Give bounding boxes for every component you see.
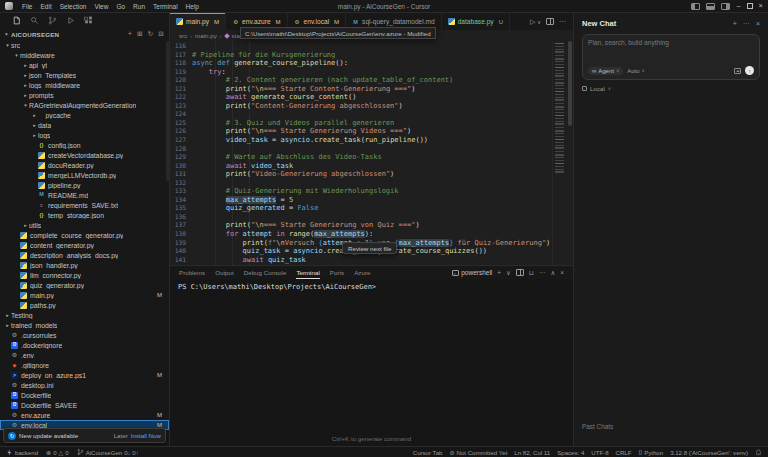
- tree-item-mergellmvectordb-py[interactable]: mergeLLMVectordb.py: [0, 170, 169, 180]
- tree-item-complete-course-generator-py[interactable]: complete_course_generator.py: [0, 230, 169, 240]
- code-line[interactable]: 118async def generate_course_pipeline():: [170, 59, 573, 68]
- run-debug-icon[interactable]: [66, 16, 75, 25]
- code-line[interactable]: 126 print("\n=== Starte Generierung Vide…: [170, 127, 573, 136]
- panel-tab-ports[interactable]: Ports: [330, 269, 344, 276]
- tree-item-llm-connector-py[interactable]: llm_connector.py: [0, 270, 169, 280]
- tree-item-description-analysis-docs-py[interactable]: description_analysis_docs.py: [0, 250, 169, 260]
- new-chat-icon[interactable]: +: [733, 20, 737, 27]
- past-chats-link[interactable]: Past Chats: [582, 423, 613, 430]
- tree-item-requirements-save-txt[interactable]: ≡requirements_SAVE.txt: [0, 200, 169, 210]
- source-control-icon[interactable]: [48, 16, 57, 25]
- new-terminal-icon[interactable]: +: [497, 269, 501, 276]
- git-branch[interactable]: AiCourseGen 0↓ 0↑: [77, 448, 139, 456]
- tree-item-dockerfile[interactable]: DDockerfile: [0, 390, 169, 400]
- model-selector[interactable]: Auto ∨: [627, 68, 645, 74]
- tree-item-utils[interactable]: ▸utils: [0, 220, 169, 230]
- chat-input[interactable]: Plan, search, build anything ∞ Agent ∨ A…: [582, 34, 760, 80]
- tree-item-api-yt[interactable]: ▸api_yt: [0, 60, 169, 70]
- code-editor[interactable]: 116117# Pipeline für die Kursgenerierung…: [170, 41, 573, 265]
- sidebar-scrollbar[interactable]: [166, 41, 169, 181]
- dirty-badge[interactable]: U: [499, 19, 503, 25]
- code-line[interactable]: 123 print("Content-Generierung abgeschlo…: [170, 102, 573, 111]
- menu-go[interactable]: Go: [112, 3, 129, 10]
- panel-more-icon[interactable]: ···: [539, 269, 546, 276]
- code-line[interactable]: 137 print("\n=== Starte Generierung von …: [170, 221, 573, 230]
- split-terminal-icon[interactable]: [516, 269, 524, 276]
- run-python-file-icon[interactable]: ▷: [530, 18, 535, 26]
- breadcrumb-item[interactable]: main.py: [195, 32, 217, 39]
- review-next-file-hint[interactable]: Review next file: [342, 242, 397, 254]
- panel-tab-azure[interactable]: Azure: [354, 269, 370, 276]
- tree-item-content-generator-py[interactable]: content_generator.py: [0, 240, 169, 250]
- tree-item-prompts[interactable]: ▸prompts: [0, 90, 169, 100]
- menu-view[interactable]: View: [90, 3, 112, 10]
- maximize-panel-icon[interactable]: ∧: [550, 269, 555, 277]
- tree-item-json-templates[interactable]: ▸json_Templates: [0, 70, 169, 80]
- terminal[interactable]: PS C:\Users\mathi\Desktop\Projects\AiCou…: [170, 279, 573, 446]
- collapse-all-icon[interactable]: ⊟: [158, 30, 164, 38]
- tree-item-env-azure[interactable]: ⚙env.azureM: [0, 410, 169, 420]
- toggle-sidebar-icon[interactable]: [691, 3, 700, 10]
- tree-item-dockerfile-savee[interactable]: DDockerfile_SAVEE: [0, 400, 169, 410]
- panel-tab-terminal[interactable]: Terminal: [296, 269, 319, 276]
- more-actions-icon[interactable]: ···: [559, 18, 566, 25]
- panel-tab-output[interactable]: Output: [215, 269, 234, 276]
- code-line[interactable]: 136: [170, 213, 573, 222]
- close-panel-icon[interactable]: ×: [560, 269, 564, 276]
- code-line[interactable]: 133 # Quiz-Generierung mit Wiederholungs…: [170, 187, 573, 196]
- tree-item--gitignore[interactable]: ◆.gitignore: [0, 360, 169, 370]
- minimap[interactable]: [552, 41, 567, 265]
- code-line[interactable]: 135 quiz_generated = False: [170, 204, 573, 213]
- tree-item-desktop-ini[interactable]: ⚙desktop.ini: [0, 380, 169, 390]
- explorer-icon[interactable]: [12, 16, 21, 25]
- attach-image-icon[interactable]: [734, 68, 741, 74]
- language-mode[interactable]: {} Python: [638, 449, 663, 456]
- code-line[interactable]: 128: [170, 145, 573, 154]
- tree-item--pycache-[interactable]: ▸__pycache__: [0, 110, 169, 120]
- menu-terminal[interactable]: Terminal: [149, 3, 182, 10]
- menu-run[interactable]: Run: [129, 3, 149, 10]
- cursor-tab-status[interactable]: Cursor Tab: [413, 449, 443, 456]
- panel-tab-problems[interactable]: Problems: [179, 269, 205, 276]
- code-line[interactable]: 116: [170, 42, 573, 51]
- agent-mode-selector[interactable]: ∞ Agent ∨: [588, 67, 623, 75]
- remote-indicator[interactable]: backend: [6, 449, 38, 456]
- scrollbar-thumb[interactable]: [568, 41, 572, 126]
- tree-item-src[interactable]: ▾src: [0, 40, 169, 50]
- tab-main-py[interactable]: main.pyM: [170, 13, 226, 30]
- tree-item-config-json[interactable]: {}config.json: [0, 140, 169, 150]
- tree-item-logs[interactable]: ▸logs: [0, 130, 169, 140]
- close-button[interactable]: ×: [759, 2, 763, 10]
- toggle-secondary-sidebar-icon[interactable]: [721, 3, 730, 10]
- new-folder-icon[interactable]: ⊞: [137, 30, 143, 38]
- tree-item--env[interactable]: ⚙.env: [0, 350, 169, 360]
- tree-item--cursorrules[interactable]: ⚙.cursorrules: [0, 330, 169, 340]
- tree-item-docureader-py[interactable]: docuReader.py: [0, 160, 169, 170]
- dirty-badge[interactable]: M: [334, 19, 339, 25]
- tree-item-readme-md[interactable]: MREADME.md: [0, 190, 169, 200]
- tree-item-paths-py[interactable]: paths.py: [0, 300, 169, 310]
- code-line[interactable]: 130 await video_task: [170, 162, 573, 171]
- tree-item-quiz-generator-py[interactable]: quiz_generator.py: [0, 280, 169, 290]
- tree-item-createvectordatabase-py[interactable]: createVectordatabase.py: [0, 150, 169, 160]
- run-options-caret-icon[interactable]: ∨: [537, 19, 541, 25]
- git-commit-status[interactable]: ⊘ Not Committed Yet: [449, 449, 507, 456]
- code-line[interactable]: 125 # 3. Quiz und Videos parallel generi…: [170, 119, 573, 128]
- code-line[interactable]: 119 try:: [170, 68, 573, 77]
- new-file-icon[interactable]: +: [128, 30, 132, 38]
- terminal-profile-caret-icon[interactable]: ∨: [506, 269, 511, 277]
- tree-item--dockerignore[interactable]: D.dockerignore: [0, 340, 169, 350]
- code-line[interactable]: 122 await generate_course_content(): [170, 93, 573, 102]
- kill-terminal-icon[interactable]: ⊔: [529, 269, 534, 277]
- code-line[interactable]: 124: [170, 110, 573, 119]
- menu-edit[interactable]: Edit: [36, 3, 55, 10]
- maximize-button[interactable]: [747, 3, 753, 9]
- tree-item-logs-middleware[interactable]: ▸logs_middleware: [0, 80, 169, 90]
- cursor-position[interactable]: Ln 82, Col 11: [514, 449, 550, 456]
- tree-item-temp-storage-json[interactable]: {}temp_storage.json: [0, 210, 169, 220]
- code-line[interactable]: 132: [170, 179, 573, 188]
- tree-item-pipeline-py[interactable]: pipeline.py: [0, 180, 169, 190]
- encoding-setting[interactable]: UTF-8: [591, 449, 608, 456]
- code-line[interactable]: 134 max_attempts = 5: [170, 196, 573, 205]
- update-later-button[interactable]: Later: [114, 432, 128, 439]
